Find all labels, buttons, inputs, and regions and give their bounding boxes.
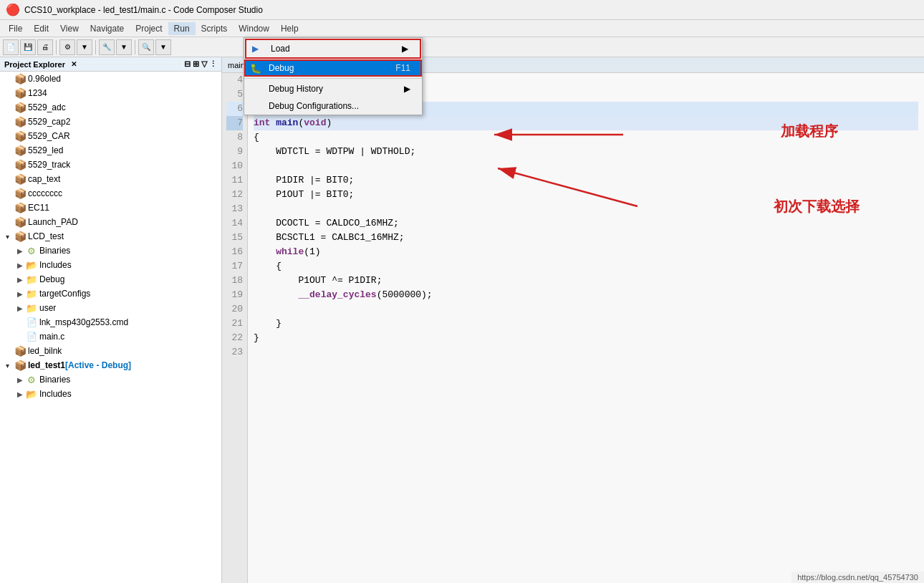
menu-scripts[interactable]: Scripts (196, 22, 234, 35)
tree-label: 5529_led (28, 145, 63, 155)
code-line-18: P1OUT ^= P1DIR; (254, 274, 918, 288)
tree-item-led_bilnk[interactable]: 📦 led_bilnk (0, 344, 221, 358)
sidebar-menu-icon[interactable]: ⋮ (209, 59, 217, 69)
tree-item-5529_CAR[interactable]: 📦 5529_CAR (0, 129, 221, 143)
menu-edit[interactable]: Edit (28, 22, 54, 35)
debug-icon: 🐛 (250, 62, 264, 74)
binary-icon: ⚙ (26, 245, 37, 256)
includes-icon: 📂 (26, 388, 37, 400)
tree-item-5529_cap2[interactable]: 📦 5529_cap2 (0, 115, 221, 129)
tree-label: targetConfigs (39, 289, 90, 299)
menu-help[interactable]: Help (275, 22, 304, 35)
toolbar-debug[interactable]: 🔧 (99, 39, 115, 55)
code-line-21: } (254, 317, 918, 331)
menu-file[interactable]: File (3, 22, 28, 35)
tree-arrow: ▶ (17, 376, 26, 384)
sidebar-close-icon[interactable]: ✕ (71, 60, 77, 68)
tree-label: cap_text (28, 174, 60, 184)
bottom-bar: https://blog.csdn.net/qq_45754730 (791, 572, 924, 583)
toolbar-search[interactable]: 🔍 (138, 39, 154, 55)
menu-debug-history[interactable]: Debug History ▶ (244, 80, 422, 97)
menu-load[interactable]: ▶ Load ▶ (245, 39, 421, 59)
toolbar-new[interactable]: 📄 (3, 39, 19, 55)
project-icon: 📦 (14, 73, 26, 85)
menu-navigate[interactable]: Navigate (85, 22, 130, 35)
sidebar-title: Project Explorer (4, 60, 65, 69)
toolbar-build-drop[interactable]: ▼ (77, 39, 92, 55)
tree-item-cap_text[interactable]: 📦 cap_text (0, 172, 221, 186)
tree-item-LCD-Debug[interactable]: ▶ 📁 Debug (0, 272, 221, 286)
toolbar-debug-drop[interactable]: ▼ (116, 39, 132, 55)
tree-item-5529_track[interactable]: 📦 5529_track (0, 158, 221, 172)
sidebar-collapse-icon[interactable]: ⊟ (184, 59, 191, 69)
tree-label: Includes (39, 389, 72, 399)
menu-debug-configs[interactable]: Debug Configurations... (244, 97, 422, 115)
project-icon: 📦 (14, 202, 26, 213)
tree-item-cccccccc[interactable]: 📦 cccccccc (0, 186, 221, 201)
sidebar-header: Project Explorer ✕ ⊟ ⊞ ▽ ⋮ (0, 57, 221, 72)
code-editor[interactable]: /** * main.c */| int main(void) { WDTCTL… (248, 73, 924, 583)
debug-history-label: Debug History (269, 84, 404, 94)
menu-run[interactable]: Run (168, 22, 196, 35)
tree-item-0.96oled[interactable]: 📦 0.96oled (0, 72, 221, 86)
dropdown-menu: ▶ Load ▶ 🐛 Debug F11 Debug History ▶ Deb… (244, 37, 423, 115)
tree-item-led-Includes[interactable]: ▶ 📂 Includes (0, 387, 221, 401)
binary-icon: ⚙ (26, 374, 37, 385)
project-icon: 📦 (14, 216, 26, 228)
tree-item-LCD-main[interactable]: 📄 main.c (0, 329, 221, 344)
menu-window[interactable]: Window (233, 22, 275, 35)
tree-label: 5529_cap2 (28, 117, 70, 127)
toolbar-save[interactable]: 💾 (20, 39, 36, 55)
csdn-url: https://blog.csdn.net/qq_45754730 (797, 573, 918, 582)
project-icon: 📦 (14, 345, 26, 357)
toolbar-search-drop[interactable]: ▼ (155, 39, 171, 55)
tree-label: EC11 (28, 203, 49, 213)
code-line-7: int main(void) (254, 116, 918, 130)
tree-item-LCD-Includes[interactable]: ▶ 📂 Includes (0, 258, 221, 272)
debug-shortcut: F11 (395, 63, 410, 73)
toolbar-build[interactable]: ⚙ (59, 39, 75, 55)
sidebar-expand-icon[interactable]: ⊞ (193, 59, 199, 69)
tree-label: 5529_CAR (28, 131, 70, 141)
code-line-12: P1OUT |= BIT0; (254, 188, 918, 202)
project-icon: 📦 (14, 159, 26, 170)
tree-item-LCD_test[interactable]: ▾ 📦 LCD_test (0, 229, 221, 244)
tree-item-led-Binaries[interactable]: ▶ ⚙ Binaries (0, 372, 221, 387)
menu-view[interactable]: View (54, 22, 85, 35)
tree-label: Includes (39, 260, 72, 270)
project-icon: 📦 (14, 231, 26, 242)
tree-item-EC11[interactable]: 📦 EC11 (0, 201, 221, 215)
load-arrow: ▶ (402, 44, 408, 54)
tree-label: cccccccc (28, 188, 62, 198)
includes-icon: 📂 (26, 259, 37, 271)
tree-label: Binaries (39, 375, 70, 385)
tree-item-LCD-lnk[interactable]: 📄 lnk_msp430g2553.cmd (0, 315, 221, 329)
toolbar: 📄 💾 🖨 ⚙ ▼ 🔧 ▼ 🔍 ▼ (0, 37, 924, 57)
tree-arrow: ▾ (6, 233, 14, 241)
debug-label: Debug (269, 63, 381, 73)
active-debug-label: [Active - Debug] (65, 360, 131, 370)
tree-item-led_test1[interactable]: ▾ 📦 led_test1 [Active - Debug] (0, 358, 221, 372)
tree-arrow: ▶ (17, 261, 26, 269)
tree-item-5529_led[interactable]: 📦 5529_led (0, 143, 221, 158)
folder-icon: 📁 (26, 288, 37, 299)
debug-configs-label: Debug Configurations... (269, 101, 410, 111)
tree-arrow: ▶ (17, 390, 26, 398)
tree-item-LCD-user[interactable]: ▶ 📁 user (0, 301, 221, 315)
tree-item-LCD-Binaries[interactable]: ▶ ⚙ Binaries (0, 244, 221, 258)
menu-project[interactable]: Project (130, 22, 168, 35)
tree-item-1234[interactable]: 📦 1234 (0, 86, 221, 100)
tree-item-LCD-targetConfigs[interactable]: ▶ 📁 targetConfigs (0, 286, 221, 301)
tree-item-Launch_PAD[interactable]: 📦 Launch_PAD (0, 215, 221, 229)
code-line-22: } (254, 331, 918, 345)
menu-debug[interactable]: 🐛 Debug F11 (244, 59, 422, 77)
file-icon: 📄 (26, 317, 37, 328)
toolbar-print[interactable]: 🖨 (37, 39, 53, 55)
code-line-9: WDTCTL = WDTPW | WDTHOLD; (254, 145, 918, 159)
code-line-8: { (254, 130, 918, 145)
tree-item-5529_adc[interactable]: 📦 5529_adc (0, 100, 221, 115)
tree-label: LCD_test (28, 231, 64, 241)
code-line-10 (254, 159, 918, 173)
project-icon: 📦 (14, 116, 26, 127)
sidebar-filter-icon[interactable]: ▽ (201, 59, 207, 69)
